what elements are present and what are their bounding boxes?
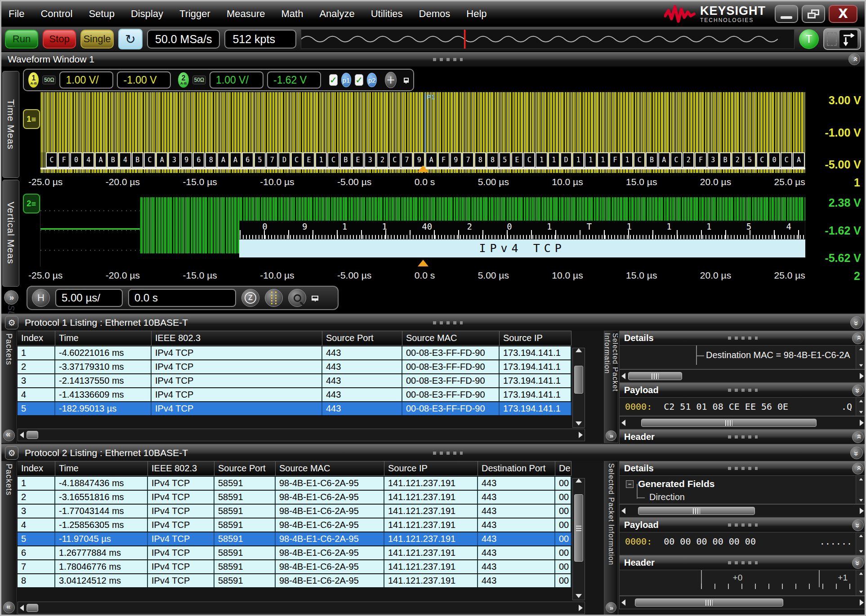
details-mini-scrollbar[interactable]	[856, 346, 866, 369]
col-source-port[interactable]: Source Port	[322, 331, 402, 346]
clear-display-button[interactable]: ↻	[118, 29, 143, 49]
col-index[interactable]: Index	[18, 461, 55, 476]
drag-handle-dots[interactable]	[728, 337, 758, 340]
col-source-ip[interactable]: Source IP	[500, 331, 571, 346]
horizontal-button[interactable]: H	[32, 289, 50, 307]
tree-node-direction[interactable]: Direction	[649, 492, 854, 502]
menu-item[interactable]: Measure	[227, 8, 265, 20]
menu-item[interactable]: File	[9, 8, 24, 20]
packet-row[interactable]: 5 -182.95013 µs IPv4 TCP 443 00-08-E3-FF…	[18, 402, 571, 415]
close-button[interactable]: X	[829, 5, 857, 23]
payload-content[interactable]: 0000: C2 51 01 08 CE EE 56 0E .Q	[619, 397, 866, 416]
col-source-mac[interactable]: Source MAC	[276, 461, 384, 476]
channel1-ground-marker[interactable]: 1≡	[23, 109, 40, 129]
add-measurement-button[interactable]: +	[385, 72, 396, 88]
protocol2-horizontal-scrollbar[interactable]	[18, 602, 585, 614]
protocol1-packets-strip[interactable]: Packets »	[1, 331, 17, 443]
packet-row[interactable]: 2 -3.37179310 ms IPv4 TCP 443 00-08-E3-F…	[18, 360, 571, 373]
zoom-mode-button[interactable]: Z	[241, 289, 259, 307]
scroll-left-icon[interactable]	[621, 373, 625, 379]
ruler-mini-scrollbar[interactable]	[856, 570, 866, 595]
scroll-left-icon[interactable]	[621, 420, 625, 426]
col-index[interactable]: Index	[18, 331, 55, 346]
search-button[interactable]	[288, 289, 306, 307]
protocol1-horizontal-scrollbar[interactable]	[18, 429, 585, 441]
packet-row[interactable]: 1 -4.18847436 ms IPv4 TCP 58591 98-4B-E1…	[18, 477, 571, 490]
payload-horizontal-scrollbar[interactable]	[619, 416, 866, 430]
collapse-payload-button[interactable]: »	[852, 385, 864, 396]
minimize-button[interactable]	[775, 5, 798, 23]
protocol1-vertical-scrollbar[interactable]	[572, 348, 585, 428]
protocol2-vertical-scrollbar[interactable]	[572, 478, 585, 600]
drag-handle-dots[interactable]	[728, 435, 758, 439]
menu-item[interactable]: Control	[40, 8, 72, 20]
header-horizontal-scrollbar[interactable]	[619, 596, 866, 609]
channel1-plot[interactable]: P1 C F 0 4 A B 4 B C	[40, 92, 805, 173]
channel2-scale-field[interactable]: 1.00 V/	[210, 71, 263, 89]
scroll-right-icon[interactable]	[860, 373, 864, 379]
col-destination-port[interactable]: Destination Port	[478, 461, 555, 476]
drag-handle-dots[interactable]	[728, 467, 758, 470]
protocol2-selected-packet-strip[interactable]: Selected Packet Information »	[604, 461, 618, 615]
col-ieee8023[interactable]: IEEE 802.3	[148, 461, 214, 476]
acquisition-preview-strip[interactable]	[301, 29, 795, 49]
scroll-left-icon[interactable]	[621, 508, 625, 514]
cursors-button[interactable]	[265, 289, 283, 307]
header-byte-ruler[interactable]: +0 +1	[619, 570, 866, 596]
scroll-down-icon[interactable]	[576, 594, 582, 598]
memory-depth-field[interactable]: 512 kpts	[224, 30, 296, 49]
channel2-offset-field[interactable]: -1.62 V	[267, 71, 321, 89]
menu-item[interactable]: Help	[466, 8, 487, 20]
touch-zoom-button[interactable]	[823, 28, 861, 50]
trigger-position-marker[interactable]	[464, 30, 466, 49]
drag-handle-dots[interactable]	[728, 389, 758, 392]
menu-item[interactable]: Demos	[419, 8, 451, 20]
scroll-up-icon[interactable]	[576, 348, 582, 352]
expand-panel-button[interactable]: »	[606, 602, 616, 613]
packet-row[interactable]: 3 -1.77043144 ms IPv4 TCP 58591 98-4B-E1…	[18, 505, 571, 518]
payload-content[interactable]: 0000: 00 00 00 00 00 00 ......	[619, 532, 866, 555]
sample-rate-field[interactable]: 50.0 MSa/s	[147, 30, 220, 49]
scroll-right-icon[interactable]	[579, 605, 583, 611]
single-button[interactable]: Single	[80, 30, 114, 49]
expand-panel-button[interactable]: »	[606, 430, 616, 441]
col-source-port[interactable]: Source Port	[214, 461, 276, 476]
col-source-mac[interactable]: Source MAC	[402, 331, 500, 346]
packet-row[interactable]: 1 -4.60221016 ms IPv4 TCP 443 00-08-E3-F…	[18, 346, 571, 359]
menu-item[interactable]: Utilities	[371, 8, 403, 20]
scroll-left-icon[interactable]	[20, 605, 24, 611]
details-mini-scrollbar[interactable]	[856, 476, 866, 504]
drag-handle-dots[interactable]	[728, 561, 758, 564]
pin-icon[interactable]	[404, 78, 409, 83]
collapse-section-button[interactable]: »	[850, 316, 863, 329]
col-ieee8023[interactable]: IEEE 802.3	[152, 331, 322, 346]
menu-item[interactable]: Analyze	[319, 8, 354, 20]
collapse-left-button[interactable]: »	[3, 430, 15, 441]
channel2-ground-marker[interactable]: 2≡	[23, 194, 40, 213]
col-destination-more[interactable]: De	[555, 461, 571, 476]
col-source-ip[interactable]: Source IP	[384, 461, 478, 476]
collapse-header-button[interactable]: »	[852, 557, 864, 569]
details-content[interactable]: Destination MAC = 98-4B-E1-C6-2A	[619, 345, 866, 369]
menu-item[interactable]: Setup	[89, 8, 115, 20]
details-horizontal-scrollbar[interactable]	[619, 504, 866, 518]
trigger-button[interactable]: T	[799, 29, 819, 49]
collapse-node-icon[interactable]: −	[626, 480, 634, 488]
col-time[interactable]: Time	[55, 331, 152, 346]
collapse-payload-button[interactable]: »	[852, 519, 864, 531]
settings-button[interactable]: ⚙	[5, 446, 18, 460]
p1-cursor-line[interactable]	[424, 93, 425, 152]
collapse-header-button[interactable]: »	[852, 431, 864, 443]
channel2-badge[interactable]: 2 A-B	[178, 72, 188, 88]
probe1-button[interactable]: p1	[341, 73, 351, 87]
payload-mini-scrollbar[interactable]	[856, 532, 866, 555]
scroll-right-icon[interactable]	[860, 599, 864, 606]
scroll-right-icon[interactable]	[860, 420, 864, 426]
probe2-checkbox[interactable]: ✓	[355, 74, 363, 86]
scroll-right-icon[interactable]	[860, 508, 864, 514]
scroll-up-icon[interactable]	[576, 479, 582, 483]
drag-handle-dots[interactable]	[433, 321, 463, 324]
scroll-left-icon[interactable]	[20, 432, 24, 438]
drag-handle-dots[interactable]	[433, 452, 463, 455]
collapse-left-button[interactable]: »	[3, 602, 15, 613]
